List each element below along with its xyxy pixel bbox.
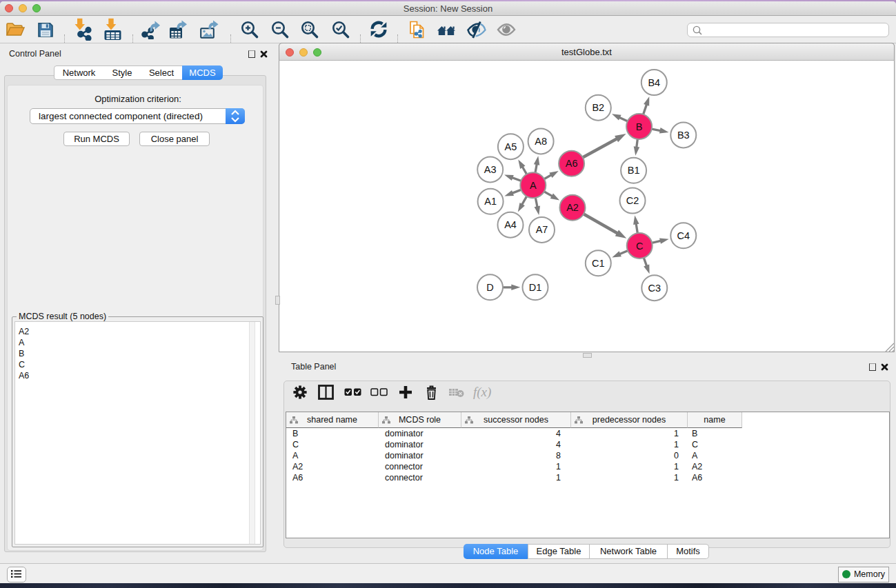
svg-text:C: C — [636, 241, 643, 252]
svg-text:B: B — [636, 121, 643, 132]
svg-text:C4: C4 — [677, 230, 690, 241]
svg-text:A3: A3 — [484, 164, 497, 175]
svg-text:A1: A1 — [484, 196, 497, 207]
svg-text:A7: A7 — [536, 224, 548, 235]
svg-text:A5: A5 — [505, 141, 517, 152]
svg-text:A6: A6 — [566, 158, 578, 169]
svg-text:B1: B1 — [628, 165, 640, 176]
svg-text:D1: D1 — [529, 282, 542, 293]
svg-text:A2: A2 — [566, 202, 579, 213]
svg-text:A8: A8 — [535, 136, 547, 147]
svg-text:C2: C2 — [626, 195, 639, 206]
svg-text:B3: B3 — [677, 130, 690, 141]
svg-text:C3: C3 — [648, 283, 661, 294]
svg-text:A: A — [530, 180, 537, 191]
svg-text:B2: B2 — [592, 102, 604, 113]
svg-text:A4: A4 — [504, 219, 517, 230]
svg-text:D: D — [486, 282, 493, 293]
svg-text:B4: B4 — [648, 77, 660, 88]
svg-text:C1: C1 — [592, 258, 605, 269]
